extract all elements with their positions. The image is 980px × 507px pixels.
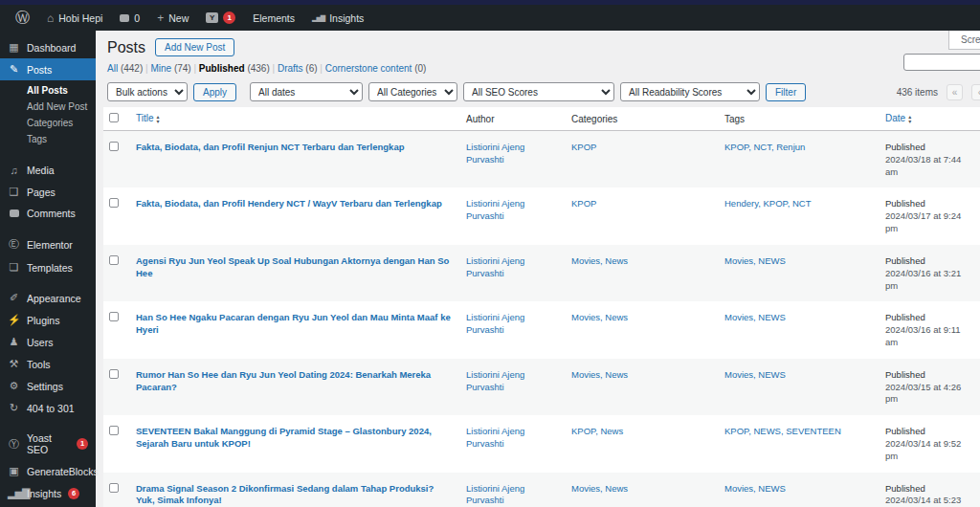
sidebar-item-posts[interactable]: ✎Posts [0,58,96,80]
author-link[interactable]: Listiorini Ajeng Purvashti [466,369,524,392]
screen-options-tab[interactable]: Screen Options [948,31,980,50]
first-page-button[interactable]: « [947,84,963,100]
post-title-link[interactable]: Agensi Ryu Jun Yeol Speak Up Soal Hubung… [136,255,449,278]
sidebar-separator [0,151,96,160]
sidebar-item-media[interactable]: ♫Media [0,160,96,181]
site-name-menu[interactable]: ⌂ Hobi Hepi [39,5,110,31]
sidebar-item-dashboard[interactable]: ▦Dashboard [0,36,96,58]
sort-arrows-icon: ▴▾ [908,115,911,124]
sidebar-item-templates[interactable]: ❏Templates [0,256,96,278]
view-count: (442) [121,63,143,74]
tags-links[interactable]: Hendery, KPOP, NCT [724,198,811,209]
elements-label: Elements [253,12,295,24]
categories-links[interactable]: Movies, News [571,312,628,322]
sidebar-item-generateblocks[interactable]: ▣GenerateBlocks [0,460,96,482]
post-date: 2024/03/18 at 7:44 am [885,154,974,179]
row-checkbox[interactable] [109,142,119,151]
tags-links[interactable]: Movies, NEWS [724,369,786,380]
comments-menu[interactable]: 0 [112,5,147,31]
categories-links[interactable]: Movies, News [571,483,628,494]
author-link[interactable]: Listiorini Ajeng Purvashti [466,312,524,335]
categories-links[interactable]: Movies, News [571,369,628,380]
prev-page-button[interactable]: ‹ [971,84,980,100]
categories-links[interactable]: KPOP, News [571,426,623,436]
view-link-published[interactable]: Published (436) [199,63,270,74]
sidebar-item-tools[interactable]: ⚒Tools [0,353,96,375]
author-link[interactable]: Listiorini Ajeng Purvashti [466,426,524,449]
search-posts-input[interactable] [903,54,980,71]
sidebar-item-elementor[interactable]: ⒺElementor [0,232,96,256]
categories-filter-select[interactable]: All Categories [368,82,457,101]
post-title-link[interactable]: Fakta, Biodata, dan Profil Hendery NCT /… [136,198,442,209]
post-date: 2024/03/17 at 9:24 pm [885,210,974,235]
view-link-mine[interactable]: Mine (74) [150,63,190,74]
post-title-link[interactable]: Drama Signal Season 2 Dikonfirmasi Sedan… [136,483,434,506]
author-link[interactable]: Listiorini Ajeng Purvashti [466,255,524,278]
wordpress-logo-menu[interactable]: Ⓦ [8,5,37,31]
submenu-item-categories[interactable]: Categories [0,115,96,131]
post-date: 2024/03/16 at 3:21 pm [885,268,974,293]
brush-icon: ✐ [8,292,20,304]
tags-links[interactable]: Movies, NEWS [724,255,786,266]
submenu-item-tags[interactable]: Tags [0,131,96,147]
row-checkbox[interactable] [109,255,119,265]
apply-button[interactable]: Apply [193,83,236,101]
post-title-link[interactable]: Rumor Han So Hee dan Ryu Jun Yeol Dating… [136,369,431,392]
sidebar-item-label: Appearance [27,293,81,304]
row-checkbox[interactable] [109,198,119,208]
sidebar-item-label: GenerateBlocks [27,466,99,477]
insights-menu[interactable]: ▂▅▇ Insights [304,5,371,31]
new-content-menu[interactable]: + New [149,5,196,31]
submenu-item-add-new-post[interactable]: Add New Post [0,99,96,115]
sidebar-item-appearance[interactable]: ✐Appearance [0,287,96,309]
filter-button[interactable]: Filter [766,83,806,101]
notification-badge: 1 [77,438,88,450]
sidebar-item-settings[interactable]: ⚙Settings [0,375,96,397]
row-checkbox[interactable] [109,426,119,435]
sidebar-menu: ▦Dashboard✎PostsAll PostsAdd New PostCat… [0,31,96,507]
post-title-link[interactable]: Han So Hee Ngaku Pacaran dengan Ryu Jun … [136,312,451,335]
sidebar-item-yoast-seo[interactable]: ⓎYoast SEO1 [0,428,96,460]
view-link-drafts[interactable]: Drafts (6) [278,63,318,74]
sidebar-item-label: Comments [27,208,76,219]
seo-scores-filter-select[interactable]: All SEO Scores [463,82,614,101]
tags-links[interactable]: KPOP, NEWS, SEVENTEEN [724,426,841,436]
tags-links[interactable]: Movies, NEWS [724,312,786,322]
sidebar-item-comments[interactable]: Comments [0,203,96,224]
categories-links[interactable]: KPOP [571,142,596,152]
tags-links[interactable]: Movies, NEWS [724,483,786,494]
author-link[interactable]: Listiorini Ajeng Purvashti [466,483,524,506]
tags-links[interactable]: KPOP, NCT, Renjun [724,142,805,152]
row-checkbox[interactable] [109,312,119,321]
submenu-item-all-posts[interactable]: All Posts [0,82,96,99]
sidebar-separator [0,224,96,232]
author-link[interactable]: Listiorini Ajeng Purvashti [466,142,524,165]
view-count: (6) [305,63,317,74]
view-count: (74) [174,63,191,74]
sidebar-item-404-to-301[interactable]: ↻404 to 301 [0,397,96,419]
readability-scores-filter-select[interactable]: All Readability Scores [620,82,760,101]
categories-links[interactable]: KPOP [571,198,596,209]
bulk-actions-select[interactable]: Bulk actions [107,82,188,101]
elements-menu[interactable]: Elements [245,5,302,31]
add-new-post-button[interactable]: Add New Post [155,38,234,56]
post-title-link[interactable]: SEVENTEEN Bakal Manggung di Pyramid Stag… [136,426,432,449]
sidebar-item-insights[interactable]: ▂▅▇Insights6 [0,482,96,504]
sort-by-title-header[interactable]: Title▴▾ [136,113,160,123]
categories-links[interactable]: Movies, News [571,255,628,266]
dates-filter-select[interactable]: All dates [250,82,363,101]
sidebar-item-plugins[interactable]: ⚡Plugins [0,309,96,331]
sort-arrows-icon: ▴▾ [157,115,160,124]
sidebar-item-pages[interactable]: ❑Pages [0,181,96,203]
yoast-seo-menu[interactable]: Y 1 [198,5,243,31]
select-all-checkbox[interactable] [109,113,119,122]
row-checkbox[interactable] [109,483,119,493]
sidebar-item-users[interactable]: ♟Users [0,331,96,353]
view-link-all[interactable]: All (442) [107,63,143,74]
sort-by-date-header[interactable]: Date▴▾ [885,113,911,123]
sidebar-item-label: Elementor [27,239,73,251]
author-link[interactable]: Listiorini Ajeng Purvashti [466,198,524,221]
post-title-link[interactable]: Fakta, Biodata, dan Profil Renjun NCT Te… [136,142,404,152]
row-checkbox[interactable] [109,369,119,379]
view-link-cornerstone-content[interactable]: Cornerstone content (0) [325,63,427,74]
